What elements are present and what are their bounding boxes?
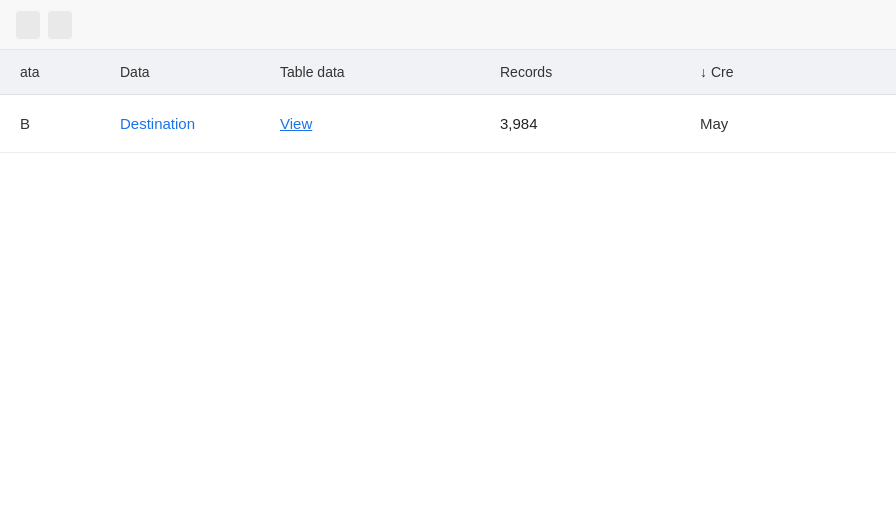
col-ata-label: ata [20, 64, 39, 80]
table-header: ata Data Table data Records ↓ Cre [0, 50, 896, 95]
top-bar-btn-1[interactable] [16, 11, 40, 39]
table-container: ata Data Table data Records ↓ Cre B Dest… [0, 50, 896, 153]
cell-ata-value: B [20, 115, 30, 132]
cell-data-value: Destination [120, 115, 195, 132]
col-table-data-label: Table data [280, 64, 345, 80]
col-header-records[interactable]: Records [480, 50, 680, 94]
top-bar [0, 0, 896, 50]
cell-ata: B [0, 95, 100, 152]
cell-records-value: 3,984 [500, 115, 538, 132]
cell-created: May [680, 95, 896, 152]
cell-view-value: View [280, 115, 312, 132]
empty-area [0, 153, 896, 403]
top-bar-btn-2[interactable] [48, 11, 72, 39]
col-records-label: Records [500, 64, 552, 80]
col-data-label: Data [120, 64, 150, 80]
cell-view-link[interactable]: View [260, 95, 480, 152]
col-header-ata: ata [0, 50, 100, 94]
col-header-table-data: Table data [260, 50, 480, 94]
cell-data-link[interactable]: Destination [100, 95, 260, 152]
cell-records: 3,984 [480, 95, 680, 152]
col-header-created[interactable]: ↓ Cre [680, 50, 896, 94]
table-row: B Destination View 3,984 May [0, 95, 896, 153]
cell-created-value: May [700, 115, 728, 132]
col-created-label: ↓ Cre [700, 64, 733, 80]
col-header-data: Data [100, 50, 260, 94]
